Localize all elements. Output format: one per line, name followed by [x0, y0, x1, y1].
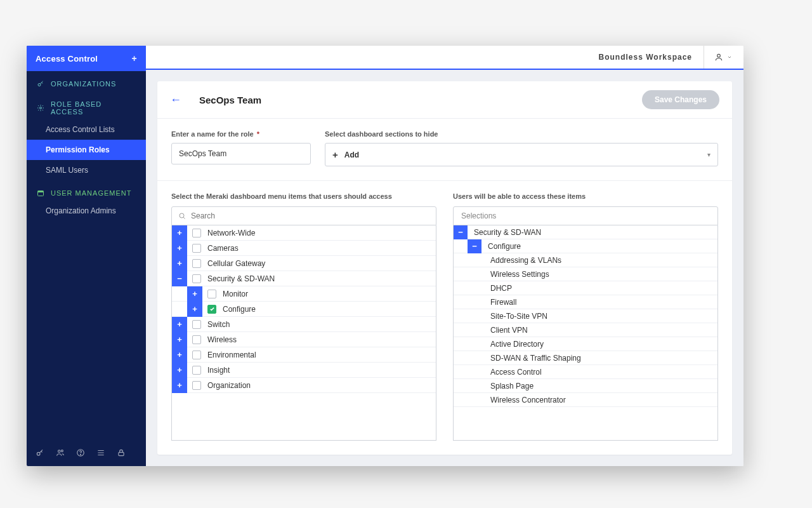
tree-row[interactable]: +Organization: [172, 378, 436, 393]
sidebar-item-permission-roles[interactable]: Permission Roles: [27, 140, 146, 160]
selection-item[interactable]: Wireless Concentrator: [454, 393, 717, 407]
sidebar-item-saml-users[interactable]: SAML Users: [27, 160, 146, 180]
help-icon[interactable]: [76, 448, 85, 457]
expand-icon[interactable]: +: [172, 256, 187, 271]
svg-point-5: [58, 450, 61, 453]
selection-subgroup[interactable]: −Configure: [454, 239, 717, 253]
svg-point-1: [40, 107, 42, 109]
svg-point-0: [38, 84, 41, 86]
tree-row[interactable]: +Configure: [172, 302, 436, 317]
selection-item[interactable]: SD-WAN & Traffic Shaping: [454, 351, 717, 365]
role-name-input[interactable]: [171, 143, 311, 164]
checkbox[interactable]: [192, 381, 201, 390]
selection-group[interactable]: −Security & SD-WAN: [454, 225, 717, 239]
user-menu[interactable]: [704, 46, 732, 69]
search-input[interactable]: [191, 211, 429, 220]
checkbox[interactable]: [192, 274, 201, 283]
svg-point-6: [61, 450, 63, 452]
tree-label: Insight: [206, 366, 230, 375]
tree-row[interactable]: +Insight: [172, 363, 436, 378]
key-icon[interactable]: [36, 448, 44, 457]
selection-item[interactable]: Wireless Settings: [454, 267, 717, 281]
svg-point-11: [180, 213, 184, 218]
tree-label: Wireless: [206, 335, 237, 344]
expand-icon[interactable]: +: [172, 378, 187, 393]
svg-rect-9: [119, 452, 124, 455]
main: Boundless Workspace ← SecOps Team Save C…: [146, 46, 743, 466]
back-arrow-icon[interactable]: ←: [170, 93, 181, 107]
tree-label: Cameras: [206, 244, 239, 253]
collapse-icon[interactable]: −: [172, 271, 187, 286]
selections-column: Users will be able to access these items…: [453, 192, 718, 441]
sidebar-item-acl[interactable]: Access Control Lists: [27, 119, 146, 140]
sidebar-item-org-admins[interactable]: Organization Admins: [27, 201, 146, 221]
tree-row[interactable]: +Monitor: [172, 286, 436, 302]
expand-icon[interactable]: +: [172, 363, 187, 378]
selection-label: Wireless Concentrator: [481, 396, 572, 404]
menu-tree[interactable]: +Network-Wide+Cameras+Cellular Gateway−S…: [171, 225, 436, 441]
checkbox[interactable]: [207, 305, 216, 314]
tree-label: Security & SD-WAN: [206, 274, 275, 283]
sidebar: Access Control + ORGANIZATIONS ROLE BASE…: [27, 46, 146, 466]
collapse-icon[interactable]: −: [468, 239, 481, 253]
tree-row[interactable]: +Wireless: [172, 332, 436, 347]
selection-item[interactable]: DHCP: [454, 281, 717, 295]
tree-row[interactable]: −Security & SD-WAN: [172, 271, 436, 286]
tree-row[interactable]: +Environmental: [172, 347, 436, 363]
checkbox[interactable]: [192, 259, 201, 268]
checkbox[interactable]: [192, 229, 201, 237]
tree-row[interactable]: +Cellular Gateway: [172, 256, 436, 271]
workspace-name: Boundless Workspace: [599, 53, 692, 62]
section-label: ORGANIZATIONS: [51, 80, 116, 88]
chevron-down-icon: [727, 55, 732, 60]
expand-icon[interactable]: +: [187, 286, 202, 302]
menu-column: Select the Meraki dashboard menu items t…: [171, 192, 436, 441]
sidebar-section-organizations[interactable]: ORGANIZATIONS: [27, 71, 146, 91]
section-label: ROLE BASED ACCESS: [51, 100, 136, 116]
add-sections-dropdown[interactable]: +Add ▾: [325, 143, 718, 166]
tree-label: Environmental: [206, 351, 256, 359]
checkbox[interactable]: [192, 244, 201, 253]
selections-tree[interactable]: −Security & SD-WAN−ConfigureAddressing &…: [453, 225, 718, 441]
tree-label: Network-Wide: [206, 229, 255, 237]
expand-icon[interactable]: +: [172, 241, 187, 256]
users-icon[interactable]: [56, 448, 65, 457]
sidebar-section-usermgmt[interactable]: USER MANAGEMENT: [27, 180, 146, 201]
selection-label: Client VPN: [481, 326, 534, 335]
selection-item[interactable]: Client VPN: [454, 323, 717, 337]
selection-item[interactable]: Splash Page: [454, 379, 717, 393]
tree-row[interactable]: +Network-Wide: [172, 225, 436, 241]
expand-icon[interactable]: +: [172, 347, 187, 363]
checkbox[interactable]: [192, 351, 201, 359]
selection-item[interactable]: Access Control: [454, 365, 717, 379]
selection-label: Active Directory: [481, 340, 550, 349]
checkbox[interactable]: [207, 290, 216, 298]
expand-icon[interactable]: +: [172, 332, 187, 347]
expand-icon[interactable]: +: [172, 225, 187, 241]
add-icon[interactable]: +: [132, 53, 137, 64]
selection-item[interactable]: Site-To-Site VPN: [454, 309, 717, 323]
checkbox[interactable]: [192, 335, 201, 344]
menu-column-label: Select the Meraki dashboard menu items t…: [171, 192, 436, 200]
lock-icon[interactable]: [117, 448, 126, 457]
selection-item[interactable]: Firewall: [454, 295, 717, 309]
selection-label: Splash Page: [481, 382, 540, 391]
checkbox[interactable]: [192, 366, 201, 375]
selection-label: Wireless Settings: [481, 270, 556, 279]
selection-item[interactable]: Active Directory: [454, 337, 717, 351]
save-changes-button[interactable]: Save Changes: [642, 90, 719, 109]
tree-label: Cellular Gateway: [206, 259, 265, 268]
expand-icon[interactable]: +: [187, 302, 202, 317]
collapse-icon[interactable]: −: [454, 225, 468, 239]
tree-row[interactable]: +Switch: [172, 317, 436, 332]
selection-item[interactable]: Addressing & VLANs: [454, 253, 717, 267]
tree-row[interactable]: +Cameras: [172, 241, 436, 256]
sidebar-section-rba[interactable]: ROLE BASED ACCESS: [27, 91, 146, 119]
gear-icon: [37, 104, 44, 112]
expand-icon[interactable]: +: [172, 317, 187, 332]
selection-label: Access Control: [481, 368, 548, 377]
app-frame: Access Control + ORGANIZATIONS ROLE BASE…: [27, 46, 743, 466]
list-icon[interactable]: [96, 448, 105, 457]
checkbox[interactable]: [192, 320, 201, 329]
svg-point-8: [81, 454, 81, 455]
